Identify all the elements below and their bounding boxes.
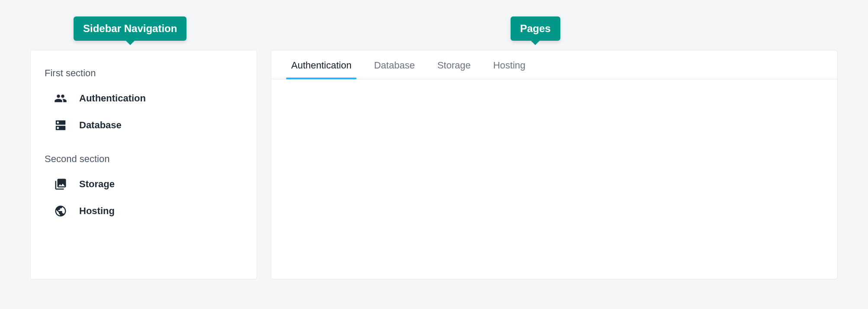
sidebar-item-label: Hosting <box>79 205 115 217</box>
tab-hosting[interactable]: Hosting <box>482 50 537 79</box>
tab-label: Database <box>374 60 415 71</box>
sidebar-item-storage[interactable]: Storage <box>31 171 257 198</box>
photo-library-icon <box>54 178 67 191</box>
pages-panel: Authentication Database Storage Hosting <box>271 50 838 280</box>
callout-pages: Pages <box>511 16 560 41</box>
tab-authentication[interactable]: Authentication <box>280 50 363 79</box>
people-icon <box>54 92 67 105</box>
sidebar-item-hosting[interactable]: Hosting <box>31 198 257 224</box>
tab-label: Storage <box>437 60 471 71</box>
sidebar-item-label: Database <box>79 120 122 131</box>
tabs-bar: Authentication Database Storage Hosting <box>271 50 837 79</box>
sidebar-section-header-second: Second section <box>31 146 257 171</box>
sidebar-navigation: First section Authentication Database Se… <box>30 50 257 280</box>
tab-label: Authentication <box>291 60 351 71</box>
public-icon <box>54 205 67 218</box>
sidebar-item-authentication[interactable]: Authentication <box>31 85 257 112</box>
sidebar-item-database[interactable]: Database <box>31 112 257 139</box>
callout-sidebar-navigation: Sidebar Navigation <box>74 16 186 41</box>
tab-content-area <box>271 79 837 270</box>
dns-icon <box>54 119 67 132</box>
sidebar-section-header-first: First section <box>31 61 257 85</box>
tab-storage[interactable]: Storage <box>426 50 482 79</box>
tab-database[interactable]: Database <box>363 50 426 79</box>
callout-sidebar-label: Sidebar Navigation <box>83 23 177 34</box>
sidebar-item-label: Authentication <box>79 93 146 104</box>
callout-pages-label: Pages <box>520 23 551 34</box>
tab-label: Hosting <box>493 60 526 71</box>
sidebar-item-label: Storage <box>79 179 115 190</box>
